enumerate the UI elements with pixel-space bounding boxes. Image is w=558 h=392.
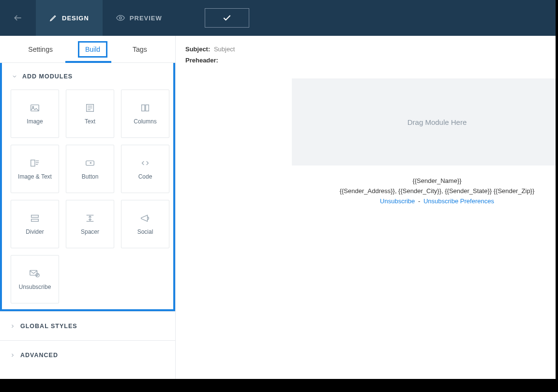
svg-rect-10 (31, 160, 35, 166)
module-columns[interactable]: Columns (121, 90, 169, 138)
add-modules-section: ADD MODULES Image Text (0, 63, 175, 311)
sidebar: Settings Build Tags ADD MODULES (0, 36, 176, 379)
advanced-header[interactable]: ADVANCED (0, 340, 175, 369)
image-text-icon (30, 158, 40, 168)
preheader-label: Preheader: (185, 57, 218, 64)
svg-rect-15 (31, 215, 39, 218)
module-divider[interactable]: Divider (11, 200, 59, 248)
tab-preview[interactable]: PREVIEW (103, 0, 176, 36)
module-button[interactable]: Button (66, 145, 114, 193)
unsubscribe-link[interactable]: Unsubscribe (380, 197, 415, 205)
module-text[interactable]: Text (66, 90, 114, 138)
separator: - (418, 197, 420, 205)
module-grid: Image Text Columns (2, 90, 173, 303)
subtab-tags[interactable]: Tags (127, 43, 153, 56)
global-styles-title: GLOBAL STYLES (20, 323, 77, 330)
unsubscribe-prefs-link[interactable]: Unsubscribe Preferences (423, 197, 494, 205)
module-image-text[interactable]: Image & Text (11, 145, 59, 193)
module-image[interactable]: Image (11, 90, 59, 138)
subtab-build[interactable]: Build (78, 41, 107, 58)
tab-preview-label: PREVIEW (130, 15, 162, 22)
module-label: Image (27, 118, 43, 125)
body: Settings Build Tags ADD MODULES (0, 36, 556, 379)
preheader-row: Preheader: (185, 57, 544, 64)
megaphone-icon (140, 213, 151, 224)
chevron-right-icon (10, 352, 15, 358)
module-label: Spacer (81, 228, 99, 235)
sender-address: {{Sender_Address}}, {{Sender_City}}, {{S… (292, 186, 556, 196)
module-unsubscribe[interactable]: Unsubscribe (11, 255, 59, 303)
chevron-down-icon (12, 74, 17, 79)
code-icon (140, 158, 151, 168)
subtab-underline (65, 61, 111, 63)
module-code[interactable]: Code (121, 145, 169, 193)
svg-rect-9 (146, 105, 149, 111)
subject-row: Subject: Subject (185, 45, 544, 53)
tab-design[interactable]: DESIGN (36, 0, 103, 36)
module-label: Image & Text (18, 173, 52, 180)
button-icon (85, 158, 95, 168)
eye-icon (116, 14, 125, 22)
subtabs: Settings Build Tags (0, 36, 175, 63)
sender-name: {{Sender_Name}} (292, 176, 556, 186)
spacer-icon (85, 213, 95, 224)
email-footer: {{Sender_Name}} {{Sender_Address}}, {{Se… (292, 176, 556, 206)
subject-label: Subject: (185, 45, 210, 53)
dropzone[interactable]: Drag Module Here (292, 78, 556, 166)
app-root: DESIGN PREVIEW Settings Build Tags (0, 0, 556, 379)
module-label: Text (85, 118, 95, 125)
tab-design-label: DESIGN (62, 15, 89, 22)
module-label: Social (137, 228, 153, 235)
divider-icon (30, 213, 40, 224)
svg-rect-8 (142, 105, 145, 111)
module-spacer[interactable]: Spacer (66, 200, 114, 248)
module-label: Divider (26, 228, 44, 235)
back-button[interactable] (0, 0, 36, 36)
global-styles-header[interactable]: GLOBAL STYLES (0, 311, 175, 340)
unsubscribe-line: Unsubscribe - Unsubscribe Preferences (292, 196, 556, 207)
add-modules-header[interactable]: ADD MODULES (2, 63, 173, 90)
module-label: Unsubscribe (19, 284, 51, 290)
canvas: Subject: Subject Preheader: Drag Module … (176, 36, 556, 379)
chevron-right-icon (10, 323, 15, 329)
advanced-title: ADVANCED (20, 352, 58, 359)
subject-value[interactable]: Subject (214, 45, 235, 53)
subtab-settings[interactable]: Settings (22, 43, 59, 56)
top-toolbar: DESIGN PREVIEW (0, 0, 556, 36)
module-label: Columns (134, 118, 156, 125)
dropzone-text: Drag Module Here (407, 118, 467, 126)
image-icon (30, 103, 40, 113)
email-body: Drag Module Here {{Sender_Name}} {{Sende… (292, 78, 556, 206)
module-social[interactable]: Social (121, 200, 169, 248)
svg-rect-16 (31, 219, 39, 222)
columns-icon (140, 103, 151, 113)
confirm-button[interactable] (205, 8, 249, 28)
module-label: Code (138, 173, 152, 180)
svg-point-1 (120, 17, 122, 19)
module-label: Button (82, 173, 99, 180)
text-icon (85, 103, 95, 113)
add-modules-title: ADD MODULES (22, 73, 73, 80)
unsubscribe-icon (29, 268, 41, 279)
pencil-icon (49, 14, 57, 22)
